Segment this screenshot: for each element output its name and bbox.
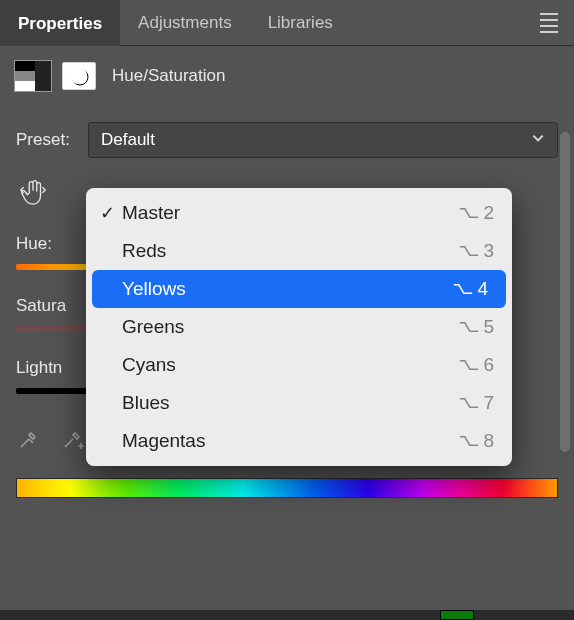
scrollbar-thumb[interactable] xyxy=(560,132,570,452)
panel-scrollbar[interactable] xyxy=(560,132,570,492)
chevron-down-icon xyxy=(531,130,545,150)
range-menu-item-greens[interactable]: Greens5 xyxy=(86,308,512,346)
eyedropper-icon[interactable] xyxy=(16,426,42,452)
color-range-menu: ✓Master2Reds3Yellows4Greens5Cyans6Blues7… xyxy=(86,188,512,466)
menu-item-shortcut: 3 xyxy=(459,240,494,262)
svg-point-0 xyxy=(72,69,88,85)
menu-item-shortcut: 7 xyxy=(459,392,494,414)
adjustment-title: Hue/Saturation xyxy=(112,66,225,86)
preset-value: Default xyxy=(101,130,155,150)
preset-label: Preset: xyxy=(16,130,76,150)
adjustment-thumb-icon[interactable] xyxy=(14,60,52,92)
range-menu-item-reds[interactable]: Reds3 xyxy=(86,232,512,270)
layer-mask-thumb-icon[interactable] xyxy=(62,62,96,90)
range-menu-item-yellows[interactable]: Yellows4 xyxy=(92,270,506,308)
tab-properties[interactable]: Properties xyxy=(0,0,120,46)
tab-libraries[interactable]: Libraries xyxy=(250,0,351,46)
adjustment-header: Hue/Saturation xyxy=(0,46,574,102)
menu-item-label: Cyans xyxy=(122,354,459,376)
preset-row: Preset: Default xyxy=(16,122,558,158)
menu-item-label: Blues xyxy=(122,392,459,414)
menu-item-shortcut: 8 xyxy=(459,430,494,452)
panel-footer-strip xyxy=(0,610,574,620)
range-menu-item-blues[interactable]: Blues7 xyxy=(86,384,512,422)
menu-item-shortcut: 5 xyxy=(459,316,494,338)
panel-tabbar: Properties Adjustments Libraries xyxy=(0,0,574,46)
targeted-adjust-icon[interactable] xyxy=(16,174,50,208)
menu-item-shortcut: 6 xyxy=(459,354,494,376)
menu-item-shortcut: 2 xyxy=(459,202,494,224)
menu-item-shortcut: 4 xyxy=(453,278,488,300)
tab-adjustments[interactable]: Adjustments xyxy=(120,0,250,46)
menu-item-label: Greens xyxy=(122,316,459,338)
range-menu-item-cyans[interactable]: Cyans6 xyxy=(86,346,512,384)
range-menu-item-master[interactable]: ✓Master2 xyxy=(86,194,512,232)
menu-item-label: Master xyxy=(122,202,459,224)
menu-item-label: Yellows xyxy=(122,278,453,300)
properties-panel: Properties Adjustments Libraries Hue/Sat… xyxy=(0,0,574,620)
check-icon: ✓ xyxy=(100,202,122,224)
panel-menu-icon[interactable] xyxy=(534,7,564,39)
range-menu-item-magentas[interactable]: Magentas8 xyxy=(86,422,512,460)
menu-item-label: Magentas xyxy=(122,430,459,452)
footer-swatch[interactable] xyxy=(440,610,474,620)
menu-item-label: Reds xyxy=(122,240,459,262)
preset-select[interactable]: Default xyxy=(88,122,558,158)
hue-spectrum-strip[interactable] xyxy=(16,478,558,498)
eyedropper-add-icon[interactable] xyxy=(60,426,86,452)
